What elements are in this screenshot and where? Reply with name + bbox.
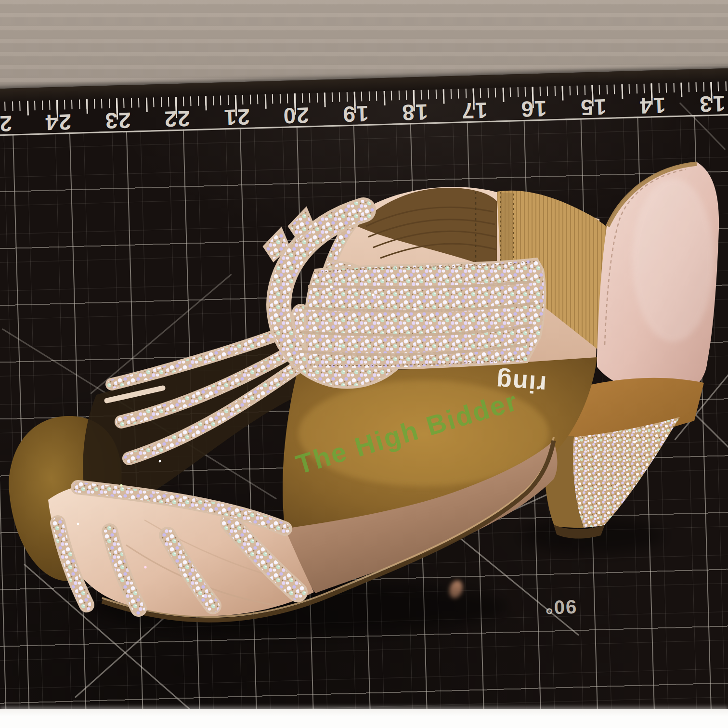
heel-counter <box>597 162 719 395</box>
insole-brand-text: ring <box>494 367 547 399</box>
ballroom-shoe-photo: The High Bidder ring <box>0 0 728 728</box>
instep-band <box>299 259 545 369</box>
foreground-surface <box>0 709 728 728</box>
photo-scene: 25242322212019181716151413 90° <box>0 0 728 728</box>
